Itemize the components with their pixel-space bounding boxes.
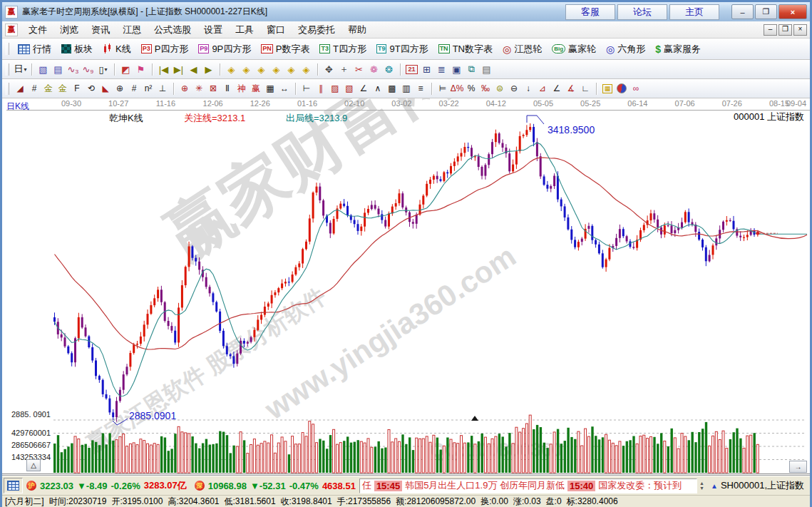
axis-tool-icon[interactable]: ⊢ xyxy=(299,81,314,96)
gann-target-icon[interactable]: ⊕ xyxy=(178,81,192,96)
jump-first-icon[interactable]: |◀ xyxy=(156,62,171,76)
toolbar-item-9T四方形[interactable]: T99T四方形 xyxy=(371,43,433,56)
gann-box-cross-icon[interactable]: ◈ xyxy=(284,62,299,76)
gold-circle-icon[interactable]: ⊜ xyxy=(493,81,507,96)
toolbar-item-P四方形[interactable]: P3P四方形 xyxy=(136,43,194,56)
shade-box-a-icon[interactable]: ▨ xyxy=(328,81,342,96)
wave-9-icon[interactable]: ∿₉ xyxy=(81,62,96,76)
toolbar-item-T四方形[interactable]: T3T四方形 xyxy=(314,43,371,56)
toolbar-item-TN数字表[interactable]: TNTN数字表 xyxy=(433,43,498,56)
fibonacci-icon[interactable]: F xyxy=(70,81,84,96)
dense-grid-icon[interactable]: ▩ xyxy=(385,81,399,96)
qiankun-kline-toggle-icon[interactable]: ◩ xyxy=(118,62,133,76)
angle-open-icon[interactable]: ∟ xyxy=(578,81,592,96)
calculator-tool-icon[interactable]: ⊞ xyxy=(419,62,434,76)
toolbar-item-六角形[interactable]: ◎六角形 xyxy=(601,43,650,56)
menu-item-7[interactable]: 窗口 xyxy=(260,22,292,38)
toolbar-item-赢家服务[interactable]: $赢家服务 xyxy=(650,43,706,56)
levels-icon[interactable]: ⊨ xyxy=(436,81,450,96)
brush-tool-icon[interactable]: ❁ xyxy=(366,62,381,76)
page-next-icon[interactable]: ▶ xyxy=(201,62,216,76)
minimize-button[interactable]: – xyxy=(731,4,754,19)
grid-yellow-icon[interactable]: ▦ xyxy=(600,81,615,96)
grid-123-icon[interactable]: ▦ xyxy=(263,81,277,96)
print-tool-icon[interactable]: ▤ xyxy=(479,62,494,76)
drop-line-icon[interactable]: ↓ xyxy=(521,81,535,96)
wave-3-icon[interactable]: ∿₃ xyxy=(66,62,81,76)
menu-item-3[interactable]: 江恩 xyxy=(116,22,148,38)
angle-f-icon[interactable]: ∡ xyxy=(564,81,578,96)
titlebar-link-2[interactable]: 主页 xyxy=(669,4,719,20)
toolbar-item-K线[interactable]: K线 xyxy=(98,43,136,56)
kline-chart-area[interactable]: 赢家财富网 赢家江恩软件 股票分析软件 www.yingjia360.com Q… xyxy=(2,98,810,476)
quote-grid-button[interactable] xyxy=(4,478,23,493)
zigzag-icon[interactable]: ∧ xyxy=(371,81,385,96)
gann-box-right-icon[interactable]: ◈ xyxy=(239,62,254,76)
jump-last-icon[interactable]: ▶| xyxy=(171,62,186,76)
square-n2-icon[interactable]: n² xyxy=(141,81,155,96)
gold-ratio-a-icon[interactable]: 金 xyxy=(41,81,56,96)
menu-item-8[interactable]: 交易委托 xyxy=(292,22,341,38)
ying-tool-icon[interactable]: 赢 xyxy=(249,81,263,96)
span-arrow-icon[interactable]: ↔ xyxy=(277,81,292,96)
mdi-close-button[interactable]: × xyxy=(793,24,807,36)
draw-pen-icon[interactable]: ◢ xyxy=(13,81,27,96)
menu-item-2[interactable]: 资讯 xyxy=(85,22,116,38)
notepad-tool-icon[interactable]: ≣ xyxy=(434,62,449,76)
gold-ratio-b-icon[interactable]: 金 xyxy=(56,81,70,96)
triangle-tool-button[interactable]: △ xyxy=(26,459,41,471)
angle-j-icon[interactable]: ∠ xyxy=(550,81,564,96)
gann-grid-icon[interactable]: # xyxy=(27,81,41,96)
tri-angle-icon[interactable]: ⊿ xyxy=(535,81,550,96)
kline-period-day-icon[interactable]: 日▾ xyxy=(13,62,28,76)
menu-item-1[interactable]: 浏览 xyxy=(53,22,85,38)
news-ticker[interactable]: 任 15:45韩国5月出生人口1.9万 创历年同月新低15:40国家发改委：预计… xyxy=(359,478,697,493)
infinity-icon[interactable]: ∞ xyxy=(629,81,643,96)
scroll-right-button[interactable]: → xyxy=(789,461,807,473)
hand-tool-icon[interactable]: ✥ xyxy=(322,62,336,76)
mdi-minimize-button[interactable]: – xyxy=(764,24,777,36)
gann-box-left-icon[interactable]: ◈ xyxy=(224,62,239,76)
calendar-tool-icon[interactable]: 21 xyxy=(404,62,419,76)
cycle-tool-icon[interactable]: ❂ xyxy=(381,62,396,76)
mdi-restore-button[interactable]: ❐ xyxy=(778,24,792,36)
mirror-line-icon[interactable]: ⊥ xyxy=(155,81,170,96)
kline-svg[interactable] xyxy=(2,98,810,475)
toolbar-item-P数字表[interactable]: PNP数字表 xyxy=(256,43,314,56)
menu-item-5[interactable]: 设置 xyxy=(197,22,229,38)
titlebar-link-1[interactable]: 论坛 xyxy=(617,4,667,20)
menu-item-6[interactable]: 工具 xyxy=(229,22,260,38)
col-grid-icon[interactable]: ▥ xyxy=(399,81,413,96)
color-flag-icon[interactable]: ⚑ xyxy=(133,62,148,76)
restore-button[interactable]: ❐ xyxy=(755,4,777,19)
menu-item-0[interactable]: 文件 xyxy=(22,22,53,38)
gann-box-v-icon[interactable]: ◈ xyxy=(269,62,284,76)
zoom-window-icon[interactable]: ▧ xyxy=(36,62,51,76)
menu-item-4[interactable]: 公式选股 xyxy=(148,22,197,38)
yinyang-icon[interactable] xyxy=(615,81,629,96)
price-grid-icon[interactable]: # xyxy=(127,81,141,96)
network-tool-icon[interactable]: ⧉ xyxy=(464,62,479,76)
toolbar-item-9P四方形[interactable]: P99P四方形 xyxy=(193,43,256,56)
ticker-scroll-spinner[interactable]: ▲▼ xyxy=(699,481,704,491)
crosshair-tool-icon[interactable]: ＋ xyxy=(336,62,351,76)
permille-icon[interactable]: ‰ xyxy=(478,81,493,96)
gann-box2-icon[interactable]: ⊠ xyxy=(206,81,220,96)
shade-box-b-icon[interactable]: ▧ xyxy=(342,81,356,96)
toolbar-item-行情[interactable]: 行情 xyxy=(13,43,56,56)
candle-style-icon[interactable]: ▯▾ xyxy=(96,62,111,76)
angle-pen-icon[interactable]: ◣ xyxy=(98,81,113,96)
shen-tool-icon[interactable]: 神 xyxy=(235,81,249,96)
toolbar-item-板块[interactable]: 板块 xyxy=(56,43,98,56)
gann-box-h-icon[interactable]: ◈ xyxy=(254,62,269,76)
time-circle-icon[interactable]: ⊕ xyxy=(113,81,127,96)
gann-star-icon[interactable]: ✳ xyxy=(192,81,206,96)
toolbar-item-赢家轮[interactable]: Big赢家轮 xyxy=(547,43,601,56)
save-tool-icon[interactable]: ▣ xyxy=(449,62,464,76)
gann-box-all-icon[interactable]: ◈ xyxy=(299,62,314,76)
close-button[interactable]: × xyxy=(778,4,807,19)
erase-tool-icon[interactable]: ✂ xyxy=(351,62,366,76)
info-panel-icon[interactable]: ▤ xyxy=(51,62,66,76)
minus-circle-icon[interactable]: ⊖ xyxy=(507,81,521,96)
page-prev-icon[interactable]: ◀ xyxy=(186,62,201,76)
